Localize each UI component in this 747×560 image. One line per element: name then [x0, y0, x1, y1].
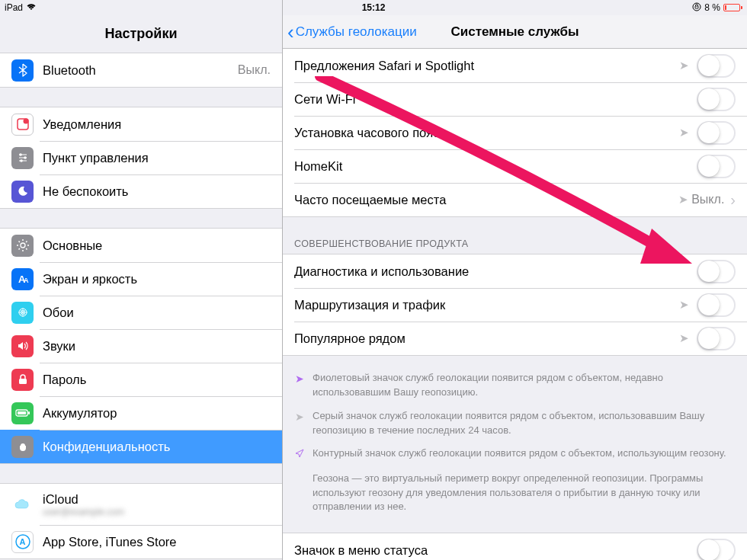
icloud-icon — [11, 494, 34, 516]
sidebar-item-bluetooth[interactable]: Bluetooth Выкл. — [0, 53, 282, 87]
wallpaper-icon — [11, 302, 34, 324]
section-header-improvement: Совершенствование продукта — [283, 217, 747, 254]
svg-text:A: A — [24, 277, 29, 284]
sidebar-item-wallpaper[interactable]: Обои — [0, 296, 282, 329]
detail-header: ‹ Службы геолокации Системные службы — [283, 15, 747, 49]
sounds-icon — [11, 335, 34, 357]
location-arrow-icon: ➤ — [678, 193, 688, 206]
settings-sidebar: Настройки Bluetooth Выкл. Уведомления — [0, 0, 283, 560]
chevron-right-icon: › — [730, 191, 736, 209]
device-label: iPad — [5, 2, 23, 13]
row-frequent-locations[interactable]: Часто посещаемые места ➤ Выкл. › — [283, 183, 747, 216]
location-arrow-icon: ➤ — [679, 59, 689, 72]
svg-rect-13 — [18, 411, 26, 414]
toggle-popular-nearby[interactable] — [697, 327, 736, 350]
bluetooth-label: Bluetooth — [43, 63, 96, 78]
row-status-bar-icon[interactable]: Значок в меню статуса — [283, 533, 747, 560]
sidebar-item-icloud[interactable]: iCloud user@example.com — [0, 484, 282, 525]
sidebar-item-sounds[interactable]: Звуки — [0, 329, 282, 363]
chevron-left-icon: ‹ — [287, 22, 294, 42]
row-timezone[interactable]: Установка часового пояса ➤ — [283, 116, 747, 149]
sidebar-item-battery[interactable]: Аккумулятор — [0, 396, 282, 430]
location-arrow-icon: ➤ — [679, 126, 689, 139]
svg-point-2 — [23, 119, 28, 124]
toggle-diagnostics[interactable] — [697, 260, 736, 283]
appstore-icon: A — [11, 531, 34, 553]
row-diagnostics[interactable]: Диагностика и использование — [283, 254, 747, 288]
row-wifi-networks[interactable]: Сети Wi-Fi — [283, 82, 747, 116]
location-arrow-gray-icon: ➤ — [294, 409, 305, 438]
detail-pane: ‹ Службы геолокации Системные службы Пре… — [283, 0, 747, 560]
sidebar-item-general[interactable]: Основные — [0, 229, 282, 262]
display-icon: AA — [11, 268, 34, 290]
svg-point-6 — [21, 243, 25, 248]
battery-icon-sidebar — [11, 402, 34, 424]
svg-text:A: A — [19, 537, 25, 546]
row-routing-traffic[interactable]: Маршрутизация и трафик ➤ — [283, 288, 747, 322]
battery-percentage: 8 % — [704, 2, 720, 13]
notifications-icon — [11, 114, 34, 136]
location-arrow-icon: ➤ — [679, 298, 689, 312]
orientation-lock-icon — [692, 2, 701, 14]
row-homekit[interactable]: HomeKit — [283, 149, 747, 183]
privacy-icon — [11, 436, 34, 458]
passcode-icon — [11, 369, 34, 391]
sidebar-title: Настройки — [0, 15, 282, 50]
icloud-account: user@example.com — [43, 507, 124, 517]
location-arrow-icon: ➤ — [679, 331, 689, 345]
control-center-icon — [11, 147, 34, 169]
sidebar-item-privacy[interactable]: Конфиденциальность — [0, 430, 282, 463]
sidebar-item-passcode[interactable]: Пароль — [0, 363, 282, 396]
bluetooth-value: Выкл. — [238, 63, 271, 77]
sidebar-item-control-center[interactable]: Пункт управления — [0, 141, 282, 174]
wifi-icon — [26, 2, 37, 13]
back-button[interactable]: ‹ Службы геолокации — [283, 22, 417, 42]
footer-legend: ➤ Фиолетовый значок служб геолокации поя… — [283, 356, 747, 522]
status-bar: iPad 15:12 8 % — [0, 0, 747, 15]
sidebar-item-appstore[interactable]: A App Store, iTunes Store — [0, 525, 282, 558]
battery-icon — [723, 4, 742, 11]
svg-rect-11 — [19, 379, 27, 384]
toggle-timezone[interactable] — [697, 121, 736, 145]
sidebar-item-dnd[interactable]: Не беспокоить — [0, 174, 282, 208]
svg-point-3 — [19, 153, 22, 156]
toggle-homekit[interactable] — [697, 155, 736, 178]
detail-title: Системные службы — [450, 24, 579, 40]
toggle-status-bar-icon[interactable] — [697, 539, 736, 560]
location-arrow-outline-icon — [294, 446, 305, 462]
toggle-safari-spotlight[interactable] — [697, 54, 736, 78]
toggle-routing-traffic[interactable] — [697, 293, 736, 317]
general-icon — [11, 235, 34, 257]
svg-point-4 — [24, 156, 27, 159]
svg-rect-14 — [28, 411, 30, 414]
dnd-icon — [11, 181, 34, 203]
row-safari-spotlight[interactable]: Предложения Safari и Spotlight ➤ — [283, 49, 747, 82]
sidebar-item-display[interactable]: AA Экран и яркость — [0, 262, 282, 296]
toggle-wifi-networks[interactable] — [697, 88, 736, 111]
location-arrow-purple-icon: ➤ — [294, 371, 305, 400]
clock: 15:12 — [362, 2, 386, 13]
bluetooth-icon — [11, 59, 34, 82]
svg-point-5 — [20, 159, 23, 162]
row-popular-nearby[interactable]: Популярное рядом ➤ — [283, 322, 747, 355]
sidebar-item-notifications[interactable]: Уведомления — [0, 107, 282, 141]
